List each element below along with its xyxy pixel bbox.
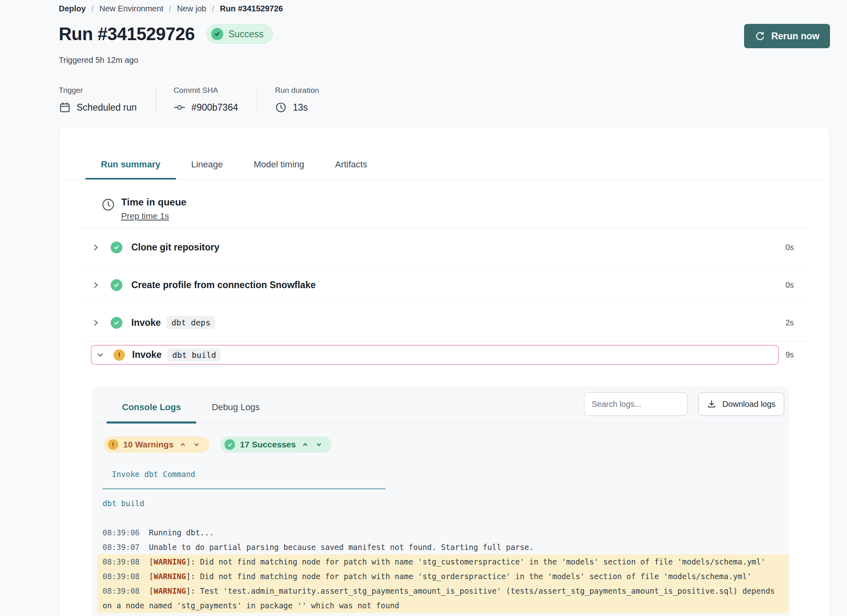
check-circle-icon: [111, 242, 122, 253]
exclamation-circle-icon: [108, 439, 118, 450]
successes-badge-label: 17 Successes: [240, 440, 296, 449]
log-line-warning: 08:39:08[WARNING]: Did not find matching…: [97, 554, 789, 569]
log-summary-badges: 10 Warnings 17 Successes: [104, 436, 789, 453]
page-header: Deploy / New Environment / New job / Run…: [0, 0, 847, 113]
breadcrumb-separator: /: [92, 4, 94, 13]
meta-trigger-value: Scheduled run: [77, 102, 137, 113]
check-circle-icon: [211, 28, 223, 40]
breadcrumb-separator: /: [212, 4, 214, 13]
clock-outline-icon: [101, 197, 116, 221]
successes-prev-button[interactable]: [301, 441, 310, 448]
chevron-down-icon: [316, 441, 322, 448]
warnings-prev-button[interactable]: [178, 441, 187, 448]
step-row-dbt-build-wrap: Invoke dbt build 9s: [81, 345, 808, 365]
meta-commit-value: #900b7364: [191, 102, 238, 113]
meta-trigger-label: Trigger: [59, 86, 137, 95]
tab-console-logs[interactable]: Console Logs: [107, 401, 196, 424]
download-tray-icon: [707, 399, 717, 409]
tab-model-timing[interactable]: Model timing: [238, 158, 320, 179]
step-label: Clone git repository: [131, 242, 219, 253]
chevron-right-icon[interactable]: [92, 319, 104, 327]
log-line-warning-continuation: on a node named 'stg_payments' in packag…: [97, 598, 789, 613]
download-logs-button[interactable]: Download logs: [698, 392, 784, 416]
log-tabs: Console Logs Debug Logs: [107, 401, 275, 423]
download-logs-label: Download logs: [722, 400, 775, 409]
successes-badge[interactable]: 17 Successes: [220, 436, 332, 453]
warnings-badge-label: 10 Warnings: [123, 440, 173, 449]
step-row-create-profile[interactable]: Create profile from connection Snowflake…: [81, 266, 808, 304]
run-detail-card: Run summary Lineage Model timing Artifac…: [59, 127, 830, 616]
step-duration: 0s: [785, 280, 794, 290]
triggered-text: Triggered 5h 12m ago: [59, 56, 830, 65]
run-meta: Trigger Scheduled run Commit SHA #900b73…: [59, 86, 830, 113]
tab-debug-logs[interactable]: Debug Logs: [196, 401, 275, 423]
refresh-icon: [755, 31, 766, 42]
chevron-down-icon[interactable]: [96, 351, 109, 359]
run-tabs: Run summary Lineage Model timing Artifac…: [59, 158, 830, 180]
step-row-dbt-build[interactable]: Invoke dbt build: [91, 345, 779, 365]
log-line: Invoke dbt Command: [97, 467, 789, 481]
breadcrumb-separator: /: [169, 4, 171, 13]
meta-duration-value: 13s: [293, 102, 308, 113]
meta-commit: Commit SHA #900b7364: [156, 86, 257, 113]
chevron-up-icon: [180, 441, 186, 448]
breadcrumb-environment[interactable]: New Environment: [99, 4, 163, 13]
step-duration: 0s: [785, 243, 794, 252]
time-in-queue-section: Time in queue Prep time 1s: [81, 180, 808, 229]
commit-icon: [173, 101, 186, 113]
breadcrumb-deploy[interactable]: Deploy: [59, 4, 86, 13]
warnings-badge[interactable]: 10 Warnings: [104, 436, 209, 453]
successes-next-button[interactable]: [314, 441, 323, 448]
log-line: dbt build: [97, 496, 789, 511]
rerun-now-label: Rerun now: [771, 31, 819, 42]
step-command-chip: dbt deps: [167, 316, 215, 329]
breadcrumb: Deploy / New Environment / New job / Run…: [59, 3, 830, 13]
chevron-down-icon: [193, 441, 200, 448]
log-panel: Console Logs Debug Logs Download logs: [92, 387, 789, 616]
log-line-blank: [97, 511, 789, 525]
tab-run-summary[interactable]: Run summary: [86, 158, 176, 180]
log-line: 08:39:07Unable to do partial parsing bec…: [97, 540, 789, 554]
status-badge-label: Success: [228, 29, 263, 40]
meta-duration: Run duration 13s: [257, 86, 338, 113]
breadcrumb-current-run: Run #341529726: [220, 4, 283, 13]
log-header: Console Logs Debug Logs Download logs: [92, 387, 789, 424]
warnings-next-button[interactable]: [192, 441, 201, 448]
exclamation-circle-icon: [113, 349, 125, 361]
tab-lineage[interactable]: Lineage: [176, 158, 238, 179]
clock-icon: [275, 101, 287, 113]
chevron-up-icon: [302, 441, 308, 448]
breadcrumb-job[interactable]: New job: [177, 4, 206, 13]
log-line-warning: 08:39:08[WARNING]: Test 'test.admin_matu…: [97, 584, 789, 598]
time-in-queue-title: Time in queue: [121, 197, 186, 208]
step-label: Invoke: [131, 317, 161, 328]
check-circle-icon: [111, 279, 122, 291]
meta-commit-label: Commit SHA: [173, 86, 238, 95]
log-line-warning: 08:39:08[WARNING]: Did not find matching…: [97, 569, 789, 584]
step-row-clone-git[interactable]: Clone git repository 0s: [81, 229, 808, 266]
check-circle-icon: [111, 317, 122, 329]
chevron-right-icon[interactable]: [92, 281, 104, 289]
step-label: Create profile from connection Snowflake: [131, 280, 316, 291]
status-badge: Success: [207, 24, 273, 44]
prep-time-link[interactable]: Prep time 1s: [121, 211, 169, 221]
step-duration: 2s: [785, 318, 794, 327]
step-command-chip: dbt build: [167, 349, 221, 361]
console-log-output: Invoke dbt Command ─────────────────────…: [92, 467, 789, 613]
search-logs-input[interactable]: [584, 392, 688, 416]
rerun-now-button[interactable]: Rerun now: [744, 24, 830, 48]
page-title: Run #341529726: [59, 24, 195, 44]
step-label: Invoke: [132, 349, 162, 360]
meta-duration-label: Run duration: [275, 86, 319, 95]
calendar-icon: [59, 101, 71, 113]
log-line: 08:39:06Running dbt...: [97, 525, 789, 540]
chevron-right-icon[interactable]: [92, 244, 104, 251]
meta-trigger: Trigger Scheduled run: [59, 86, 156, 113]
check-circle-icon: [225, 439, 235, 450]
step-row-dbt-deps[interactable]: Invoke dbt deps 2s: [81, 304, 808, 342]
log-line-divider: ────────────────────────────────────────…: [97, 481, 789, 496]
tab-artifacts[interactable]: Artifacts: [320, 158, 383, 179]
step-duration: 9s: [785, 350, 794, 359]
